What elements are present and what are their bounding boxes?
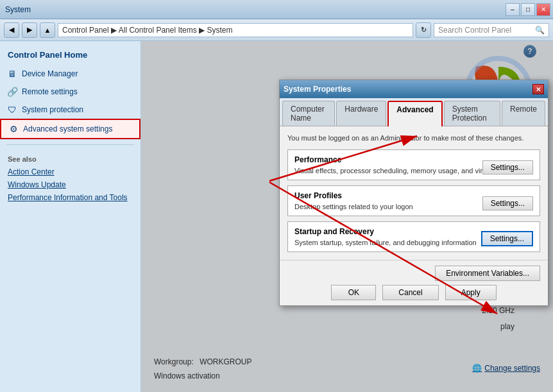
dialog-title: System Properties	[284, 85, 351, 94]
close-button[interactable]: ✕	[536, 3, 550, 16]
user-profiles-settings-button[interactable]: Settings...	[482, 196, 533, 210]
cancel-button[interactable]: Cancel	[382, 285, 438, 300]
up-button[interactable]: ▲	[40, 22, 55, 38]
windows-update-link[interactable]: Windows Update	[0, 178, 140, 191]
refresh-button[interactable]: ↻	[416, 22, 431, 38]
system-properties-dialog: System Properties ✕ Computer Name Hardwa…	[279, 80, 549, 306]
title-bar: System – □ ✕	[0, 0, 553, 19]
dialog-note: You must be logged on as an Administrato…	[287, 134, 540, 142]
user-profiles-section: User Profiles Desktop settings related t…	[287, 185, 540, 216]
action-center-link[interactable]: Action Center	[0, 166, 140, 178]
tab-system-protection[interactable]: System Protection	[444, 101, 500, 126]
search-box[interactable]: Search Control Panel 🔍	[434, 23, 549, 37]
apply-button[interactable]: Apply	[445, 285, 497, 300]
address-bar: ◀ ▶ ▲ Control Panel ▶ All Control Panel …	[0, 19, 553, 41]
modal-overlay: System Properties ✕ Computer Name Hardwa…	[141, 41, 553, 392]
main-panel: Workgroup: WORKGROUP Windows activation …	[141, 41, 553, 392]
dialog-close-icon: ✕	[536, 86, 541, 93]
dialog-close-button[interactable]: ✕	[532, 84, 544, 94]
sidebar-label-system-protection: System protection	[22, 105, 83, 114]
breadcrumb: Control Panel ▶ All Control Panel Items …	[62, 26, 232, 35]
tab-bar: Computer Name Hardware Advanced System P…	[280, 98, 548, 126]
sidebar-header[interactable]: Control Panel Home	[0, 47, 140, 65]
main-window: System – □ ✕ ◀ ▶ ▲ Control Panel ▶ All C…	[0, 0, 553, 392]
dialog-body: You must be logged on as an Administrato…	[280, 126, 548, 260]
sidebar-item-system-protection[interactable]: 🛡 System protection	[0, 101, 140, 119]
sidebar-label-device-manager: Device Manager	[22, 69, 78, 78]
sidebar-label-remote-settings: Remote settings	[22, 87, 78, 96]
window-title: System	[5, 5, 31, 14]
address-path[interactable]: Control Panel ▶ All Control Panel Items …	[58, 23, 413, 37]
dialog-footer: Environment Variables... OK Cancel Apply	[280, 260, 548, 305]
dialog-action-buttons: OK Cancel Apply	[287, 285, 540, 300]
minimize-button[interactable]: –	[506, 3, 520, 16]
forward-button[interactable]: ▶	[22, 22, 37, 38]
advanced-settings-icon: ⚙	[8, 123, 19, 135]
dialog-title-bar: System Properties ✕	[280, 80, 548, 98]
ok-button[interactable]: OK	[331, 285, 376, 300]
startup-recovery-section: Startup and Recovery System startup, sys…	[287, 221, 540, 252]
remote-settings-icon: 🔗	[6, 86, 18, 98]
maximize-button[interactable]: □	[521, 3, 535, 16]
tab-advanced[interactable]: Advanced	[387, 101, 442, 126]
sidebar-label-advanced: Advanced system settings	[23, 124, 112, 133]
sidebar-item-device-manager[interactable]: 🖥 Device Manager	[0, 65, 140, 83]
search-icon: 🔍	[535, 26, 545, 35]
tab-computer-name[interactable]: Computer Name	[282, 101, 335, 126]
sidebar: Control Panel Home 🖥 Device Manager 🔗 Re…	[0, 41, 141, 392]
performance-section: Performance Visual effects, processor sc…	[287, 149, 540, 180]
startup-recovery-settings-button[interactable]: Settings...	[481, 231, 533, 246]
search-placeholder: Search Control Panel	[438, 26, 511, 35]
content-area: Control Panel Home 🖥 Device Manager 🔗 Re…	[0, 41, 553, 392]
performance-info-link[interactable]: Performance Information and Tools	[0, 191, 140, 204]
see-also-label: See also	[0, 150, 140, 166]
performance-settings-button[interactable]: Settings...	[482, 160, 533, 175]
tab-remote[interactable]: Remote	[502, 101, 545, 126]
system-protection-icon: 🛡	[6, 104, 18, 115]
sidebar-item-advanced-system-settings[interactable]: ⚙ Advanced system settings	[0, 119, 140, 139]
environment-variables-button[interactable]: Environment Variables...	[435, 266, 540, 281]
title-bar-buttons: – □ ✕	[506, 3, 550, 16]
sidebar-item-remote-settings[interactable]: 🔗 Remote settings	[0, 83, 140, 101]
sidebar-divider	[6, 144, 134, 145]
back-button[interactable]: ◀	[4, 22, 19, 38]
device-manager-icon: 🖥	[6, 68, 18, 80]
tab-hardware[interactable]: Hardware	[336, 101, 386, 126]
